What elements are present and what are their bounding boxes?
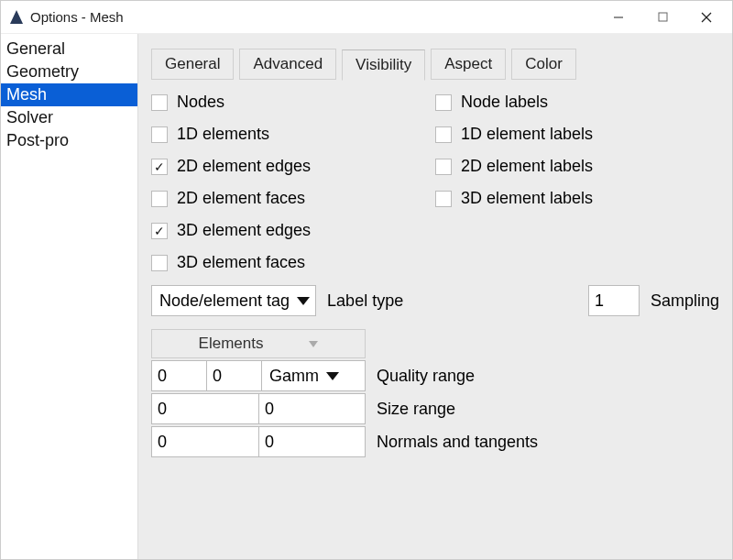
cell-value: 0 bbox=[265, 400, 274, 419]
sampling-value: 1 bbox=[595, 291, 604, 311]
quality-range-label: Quality range bbox=[377, 367, 475, 386]
checkbox-icon: ✓ bbox=[151, 159, 168, 175]
sidebar: General Geometry Mesh Solver Post-pro bbox=[1, 34, 138, 559]
cell-value: 0 bbox=[265, 433, 274, 452]
size-max-input[interactable]: 0 bbox=[258, 393, 366, 424]
sampling-label: Sampling bbox=[651, 291, 719, 311]
window-title: Options - Mesh bbox=[30, 9, 124, 25]
check-node-labels[interactable]: Node labels bbox=[435, 93, 692, 112]
select-value: Gamm bbox=[269, 367, 319, 386]
check-label: 2D element labels bbox=[461, 157, 593, 176]
check-1d-element-labels[interactable]: 1D element labels bbox=[435, 125, 692, 144]
normals-input-b[interactable]: 0 bbox=[258, 426, 366, 457]
options-window: Options - Mesh General Geometry Mesh Sol… bbox=[0, 0, 733, 560]
sampling-input[interactable]: 1 bbox=[588, 285, 640, 316]
sidebar-item-solver[interactable]: Solver bbox=[1, 106, 137, 129]
checkbox-icon bbox=[435, 94, 452, 111]
checkbox-icon bbox=[151, 126, 168, 143]
quality-metric-select[interactable]: Gamm bbox=[261, 360, 366, 391]
cell-value: 0 bbox=[213, 367, 222, 386]
checkbox-icon bbox=[435, 159, 452, 175]
svg-rect-2 bbox=[659, 13, 667, 21]
titlebar: Options - Mesh bbox=[1, 1, 732, 34]
label-type-select[interactable]: Node/element tag bbox=[151, 285, 316, 316]
tab-visibility[interactable]: Visibility bbox=[342, 49, 425, 81]
check-label: 2D element faces bbox=[177, 189, 305, 208]
sidebar-item-geometry[interactable]: Geometry bbox=[1, 60, 137, 83]
normals-label: Normals and tangents bbox=[377, 433, 538, 452]
check-label: 3D element labels bbox=[461, 189, 593, 208]
chevron-down-icon bbox=[297, 297, 310, 305]
sidebar-item-mesh[interactable]: Mesh bbox=[1, 83, 137, 106]
quality-range-row: 0 0 Gamm Quality range bbox=[151, 360, 719, 391]
normals-row: 0 0 Normals and tangents bbox=[151, 426, 719, 457]
sidebar-item-general[interactable]: General bbox=[1, 38, 137, 60]
content: General Geometry Mesh Solver Post-pro Ge… bbox=[1, 34, 732, 559]
elements-header-label: Elements bbox=[199, 335, 264, 353]
cell-value: 0 bbox=[158, 400, 167, 419]
check-2d-element-labels[interactable]: 2D element labels bbox=[435, 157, 692, 176]
svg-marker-0 bbox=[10, 10, 23, 24]
checkbox-icon bbox=[435, 191, 452, 207]
size-range-row: 0 0 Size range bbox=[151, 393, 719, 424]
check-2d-element-edges[interactable]: ✓ 2D element edges bbox=[151, 157, 408, 176]
elements-header[interactable]: Elements bbox=[151, 329, 366, 358]
checkbox-icon bbox=[151, 191, 168, 207]
cell-value: 0 bbox=[158, 433, 167, 452]
main-panel: General Advanced Visibility Aspect Color… bbox=[138, 34, 732, 559]
size-min-input[interactable]: 0 bbox=[151, 393, 258, 424]
check-3d-element-labels[interactable]: 3D element labels bbox=[435, 189, 692, 208]
check-3d-element-faces[interactable]: 3D element faces bbox=[151, 253, 408, 272]
minimize-button[interactable] bbox=[596, 3, 640, 32]
check-label: 3D element faces bbox=[177, 253, 305, 272]
check-1d-elements[interactable]: 1D elements bbox=[151, 125, 408, 144]
check-nodes[interactable]: Nodes bbox=[151, 93, 408, 112]
quality-max-input[interactable]: 0 bbox=[206, 360, 261, 391]
cell-value: 0 bbox=[158, 367, 167, 386]
checkbox-icon bbox=[435, 126, 452, 143]
check-label: 1D element labels bbox=[461, 125, 593, 144]
check-2d-element-faces[interactable]: 2D element faces bbox=[151, 189, 408, 208]
tabs: General Advanced Visibility Aspect Color bbox=[151, 49, 719, 80]
checkbox-icon bbox=[151, 94, 168, 111]
check-label: Nodes bbox=[177, 93, 224, 112]
checkbox-icon bbox=[151, 255, 168, 271]
tab-general[interactable]: General bbox=[151, 49, 234, 80]
tab-advanced[interactable]: Advanced bbox=[239, 49, 336, 80]
checkbox-icon: ✓ bbox=[151, 223, 168, 239]
normals-input-a[interactable]: 0 bbox=[151, 426, 258, 457]
chevron-down-icon bbox=[309, 341, 318, 347]
check-label: 3D element edges bbox=[177, 221, 311, 240]
select-value: Node/element tag bbox=[159, 291, 290, 311]
label-type-row: Node/element tag Label type 1 Sampling bbox=[151, 285, 719, 316]
size-range-label: Size range bbox=[377, 400, 455, 419]
label-type-label: Label type bbox=[327, 291, 403, 311]
checkbox-grid: Nodes Node labels 1D elements 1D element… bbox=[151, 93, 719, 272]
check-label: 2D element edges bbox=[177, 157, 311, 176]
maximize-button[interactable] bbox=[640, 3, 684, 32]
check-label: Node labels bbox=[461, 93, 548, 112]
chevron-down-icon bbox=[326, 372, 339, 380]
check-label: 1D elements bbox=[177, 125, 269, 144]
sidebar-item-post-pro[interactable]: Post-pro bbox=[1, 129, 137, 152]
close-button[interactable] bbox=[684, 3, 728, 32]
check-3d-element-edges[interactable]: ✓ 3D element edges bbox=[151, 221, 408, 240]
quality-min-input[interactable]: 0 bbox=[151, 360, 206, 391]
tab-color[interactable]: Color bbox=[511, 49, 576, 80]
app-icon bbox=[8, 9, 25, 26]
tab-aspect[interactable]: Aspect bbox=[431, 49, 506, 80]
